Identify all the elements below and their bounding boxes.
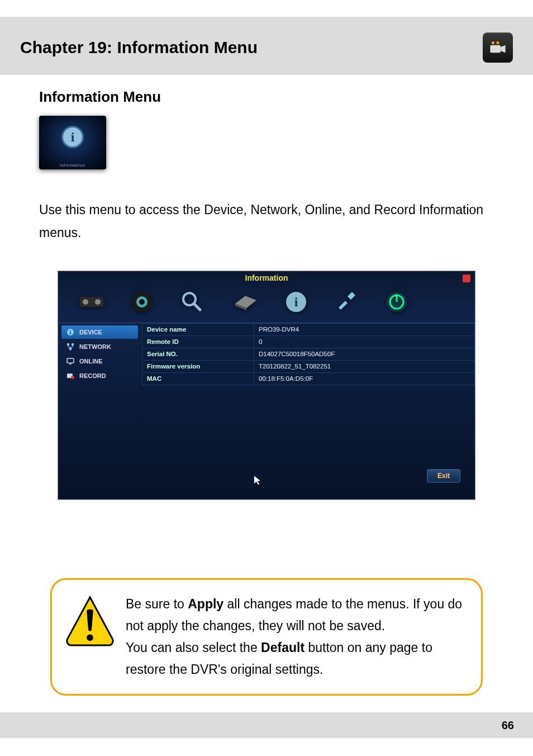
dvr-window-title: Information bbox=[58, 271, 475, 285]
network-small-icon bbox=[66, 342, 75, 351]
table-row: MAC00:18:F5:0A:D5:0F bbox=[142, 372, 475, 385]
svg-point-0 bbox=[492, 41, 494, 44]
device-info-table: Device namePRO39-DVR4 Remote ID0 Serial … bbox=[142, 323, 475, 385]
warning-callout: Be sure to Apply all changes made to the… bbox=[50, 578, 483, 696]
warning-icon bbox=[65, 593, 116, 656]
cursor-icon bbox=[254, 475, 261, 487]
setup-icon[interactable] bbox=[76, 289, 107, 315]
power-icon[interactable] bbox=[384, 290, 409, 314]
info-menu-thumbnail: i Information bbox=[39, 116, 106, 169]
sidebar-item-label: NETWORK bbox=[79, 343, 111, 350]
footer-bar: 66 bbox=[0, 712, 533, 738]
magnifier-icon[interactable] bbox=[177, 289, 208, 315]
sidebar-item-label: ONLINE bbox=[79, 358, 103, 365]
svg-line-10 bbox=[194, 304, 200, 310]
svg-point-1 bbox=[496, 41, 499, 44]
warning-text: Be sure to Apply all changes made to the… bbox=[126, 593, 464, 681]
section-title: Information Menu bbox=[39, 88, 494, 106]
svg-point-25 bbox=[87, 634, 93, 641]
disk-icon[interactable] bbox=[230, 289, 261, 315]
info-label: MAC bbox=[142, 372, 254, 385]
table-row: Serial NO.D14027C50018F50AD50F bbox=[142, 348, 475, 360]
svg-rect-20 bbox=[69, 348, 72, 350]
sidebar-item-online[interactable]: ONLINE bbox=[61, 355, 138, 368]
page-number: 66 bbox=[502, 719, 514, 732]
svg-text:i: i bbox=[70, 329, 72, 336]
dvr-top-icon-row: i bbox=[58, 285, 475, 323]
dvr-sidebar: i DEVICE NETWORK bbox=[58, 323, 142, 490]
info-small-icon: i bbox=[66, 328, 75, 337]
sidebar-item-label: DEVICE bbox=[79, 329, 102, 336]
sidebar-item-device[interactable]: i DEVICE bbox=[61, 325, 138, 339]
sidebar-item-record[interactable]: RECORD bbox=[61, 369, 138, 382]
info-label: Remote ID bbox=[142, 336, 254, 348]
info-label: Serial NO. bbox=[142, 348, 254, 360]
monitor-small-icon bbox=[66, 357, 75, 366]
info-value: T20120822_51_T082251 bbox=[254, 360, 475, 372]
thumbnail-caption: Information bbox=[39, 163, 106, 167]
info-value: 00:18:F5:0A:D5:0F bbox=[254, 372, 475, 385]
dvr-screenshot: Information i bbox=[58, 271, 475, 500]
chapter-header: Chapter 19: Information Menu bbox=[0, 17, 533, 75]
exit-button[interactable]: Exit bbox=[427, 469, 460, 483]
svg-rect-21 bbox=[67, 358, 74, 363]
svg-point-5 bbox=[95, 299, 101, 305]
info-label: Firmware version bbox=[142, 360, 254, 372]
info-label: Device name bbox=[142, 323, 254, 336]
info-value: 0 bbox=[254, 336, 475, 348]
camera-lens-icon[interactable] bbox=[130, 290, 154, 314]
sidebar-item-label: RECORD bbox=[79, 372, 106, 379]
tools-icon[interactable] bbox=[331, 289, 362, 315]
record-small-icon bbox=[66, 371, 75, 380]
svg-point-24 bbox=[71, 376, 74, 379]
svg-rect-2 bbox=[490, 45, 501, 53]
svg-text:i: i bbox=[294, 295, 298, 309]
info-value: D14027C50018F50AD50F bbox=[254, 348, 475, 360]
svg-rect-19 bbox=[72, 343, 74, 346]
info-icon[interactable]: i bbox=[284, 290, 308, 314]
svg-point-8 bbox=[139, 299, 145, 305]
camcorder-icon bbox=[483, 32, 513, 63]
table-row: Remote ID0 bbox=[142, 336, 475, 348]
intro-paragraph: Use this menu to access the Device, Netw… bbox=[39, 199, 494, 245]
close-icon[interactable] bbox=[463, 275, 470, 282]
info-value: PRO39-DVR4 bbox=[254, 323, 475, 336]
svg-point-4 bbox=[83, 299, 88, 305]
svg-rect-18 bbox=[67, 343, 69, 346]
chapter-title: Chapter 19: Information Menu bbox=[20, 38, 258, 57]
table-row: Device namePRO39-DVR4 bbox=[142, 323, 475, 336]
table-row: Firmware versionT20120822_51_T082251 bbox=[142, 360, 475, 372]
sidebar-item-network[interactable]: NETWORK bbox=[61, 340, 138, 353]
